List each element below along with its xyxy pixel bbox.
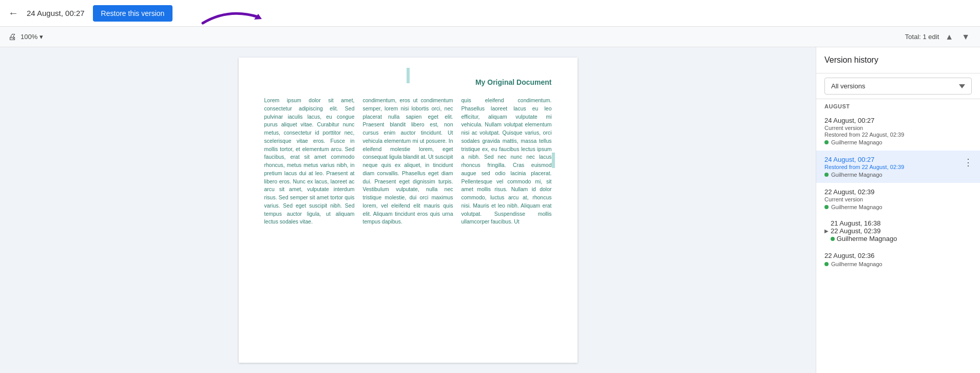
user-dot-2 [824,173,829,177]
restore-version-button[interactable]: Restore this version [93,5,173,22]
document-page: My Original Document Lorem ipsum dolor s… [239,58,578,363]
zoom-dropdown-icon: ▾ [40,33,43,41]
doc-col-1: Lorem ipsum dolor sit amet, consectetur … [264,97,355,226]
version-username-2: Guilherme Magnago [831,172,882,178]
version-username-1: Guilherme Magnago [831,139,882,145]
user-dot-3 [824,205,829,209]
version-user-1: Guilherme Magnago [824,139,972,145]
version-item-3[interactable]: 22 August, 02:39 Current version Guilher… [816,183,980,215]
version-expander-user: Guilherme Magnago [831,235,897,243]
version-item-1[interactable]: 24 August, 00:27 Current version Restore… [816,111,980,151]
user-dot-1 [824,140,829,144]
print-button[interactable]: 🖨 [8,32,16,42]
back-button[interactable]: ← [8,7,18,19]
nav-down-button[interactable]: ▼ [959,31,972,43]
print-icon: 🖨 [8,32,16,42]
version-label-1: Current version [824,125,972,131]
version-history-panel: Version history All versions Named versi… [816,47,980,373]
version-item-2[interactable]: ⋮ 24 August, 00:27 Restored from 22 Augu… [816,151,980,183]
version-time-3: 22 August, 02:39 [824,188,972,196]
version-month-august: AUGUST [816,99,980,111]
version-label-3: Current version [824,196,972,202]
zoom-control[interactable]: 100% ▾ [21,33,43,41]
arrow-annotation [198,3,264,28]
doc-marker-top [407,68,410,83]
version-filter[interactable]: All versions Named versions [816,73,980,99]
version-time-1: 24 August, 00:27 [824,117,972,124]
document-area: My Original Document Lorem ipsum dolor s… [0,47,816,373]
user-dot-expander [831,237,835,241]
version-user-3: Guilherme Magnago [824,204,972,210]
version-expander-time: 21 August, 16:38 [831,219,897,227]
doc-col-2: condimentum, eros ut condimentum semper,… [363,97,453,226]
top-bar: ← 24 August, 00:27 Restore this version [0,0,980,27]
version-panel-title: Version history [816,47,980,73]
toolbar-right: Total: 1 edit ▲ ▼ [905,31,972,43]
doc-title: 24 August, 00:27 [27,9,85,17]
version-user-2: Guilherme Magnago [824,172,972,178]
version-expander-sub: 22 August, 02:39 [831,227,897,235]
main-layout: My Original Document Lorem ipsum dolor s… [0,47,980,373]
version-username-3: Guilherme Magnago [831,204,882,210]
doc-col-3: quis eleifend condimentum. Phasellus lao… [462,97,552,226]
version-time-4: 22 August, 02:36 [824,252,972,259]
version-expander-21aug[interactable]: ▶ 21 August, 16:38 22 August, 02:39 Guil… [816,215,980,247]
version-expander-content: 21 August, 16:38 22 August, 02:39 Guilhe… [831,219,897,243]
version-restored-1: Restored from 22 August, 02:39 [824,132,972,138]
version-time-2: 24 August, 00:27 [824,156,972,163]
doc-marker-right [552,153,555,168]
version-username-4: Guilherme Magnago [831,261,882,267]
expander-arrow-icon: ▶ [824,228,829,234]
nav-up-button[interactable]: ▲ [943,31,955,43]
version-more-button-2[interactable]: ⋮ [960,156,976,169]
toolbar: 🖨 100% ▾ Total: 1 edit ▲ ▼ [0,27,980,47]
version-filter-select[interactable]: All versions Named versions [824,78,972,95]
version-item-4[interactable]: 22 August, 02:36 Guilherme Magnago [816,247,980,272]
total-edits-label: Total: 1 edit [905,33,939,41]
version-user-4: Guilherme Magnago [824,261,972,267]
document-columns: Lorem ipsum dolor sit amet, consectetur … [264,97,552,226]
version-expander-username: Guilherme Magnago [837,235,897,243]
zoom-value: 100% [21,33,37,41]
user-dot-4 [824,262,829,266]
version-restored-2: Restored from 22 August, 02:39 [824,164,972,170]
